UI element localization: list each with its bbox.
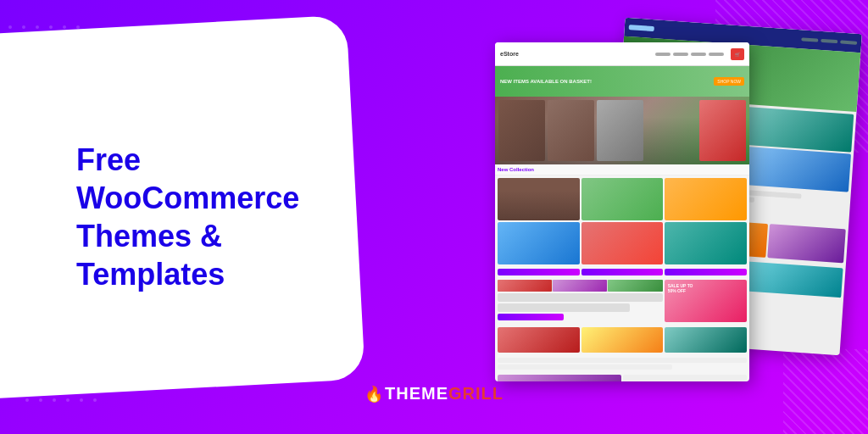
ss-section-header [495, 267, 749, 277]
ss-product-5 [581, 222, 664, 264]
ss-product-4 [498, 222, 580, 264]
brand-icon: 🔥 [364, 385, 383, 403]
headline-line1: Free WooCommerce [76, 142, 299, 215]
ss-bottom-img-row [498, 280, 663, 292]
ss-hero [495, 97, 749, 164]
screenshot-front: eStore 🛒 NEW ITEMS AVAILABLE ON BASKET! … [495, 42, 749, 381]
ss-back-item-4 [733, 146, 851, 192]
text-content-area: Free WooCommerce Themes & Templates [0, 0, 415, 434]
ss-banner: NEW ITEMS AVAILABLE ON BASKET! SHOP NOW [495, 66, 749, 97]
screenshots-area: eStore 🛒 NEW ITEMS AVAILABLE ON BASKET! … [478, 17, 851, 415]
ss-back-item-2 [736, 106, 854, 152]
ss-bottom-left [498, 280, 663, 322]
ss-nav [655, 53, 724, 56]
headline-line2: Themes & Templates [76, 219, 225, 292]
ss-product-grid [495, 175, 749, 267]
ss-product-2 [581, 178, 664, 220]
brand-prefix: THEME [385, 384, 448, 403]
ss-bottom-grid: SALE UP TO50% OFF [495, 277, 749, 325]
ss-logo: eStore [500, 51, 519, 57]
ss-banner-button: SHOP NOW [714, 77, 744, 86]
ss-product-1 [498, 178, 580, 220]
ss-product-6 [665, 222, 747, 264]
ss-header: eStore 🛒 [495, 42, 749, 66]
page-title: Free WooCommerce Themes & Templates [76, 141, 339, 293]
ss-banner-text: NEW ITEMS AVAILABLE ON BASKET! [500, 79, 592, 84]
ss-bottom-right: SALE UP TO50% OFF [665, 280, 747, 322]
ss-product-3 [665, 178, 747, 220]
